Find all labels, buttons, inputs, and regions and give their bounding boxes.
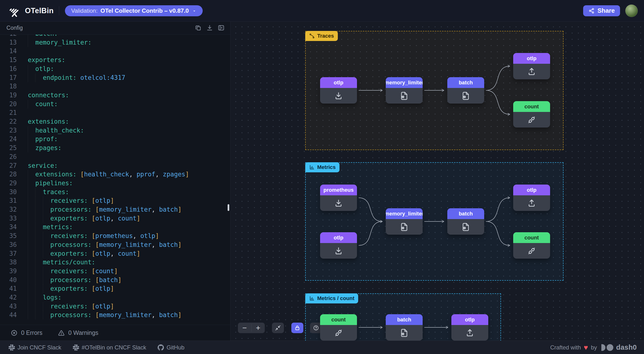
collapse-panel-button[interactable]	[217, 24, 225, 32]
code-text: receivers: [count]	[28, 267, 118, 276]
node-receiver-otlp[interactable]: otlp	[320, 77, 357, 104]
code-line-24[interactable]: 24 pprof:	[0, 135, 228, 144]
code-text: traces:	[28, 188, 69, 197]
code-line-35[interactable]: 35 receivers: [prometheus, otlp]	[0, 231, 228, 240]
footer-link-2[interactable]: #OTelBin on CNCF Slack	[73, 344, 146, 351]
exporter-icon	[465, 328, 474, 338]
code-line-26[interactable]: 26	[0, 152, 228, 161]
line-number: 24	[0, 135, 17, 144]
code-line-36[interactable]: 36 processors: [memory_limiter, batch]	[0, 240, 228, 249]
node-processor-memory_limiter[interactable]: memory_limiter	[386, 208, 422, 235]
validation-dropdown[interactable]: Validation: OTel Collector Contrib – v0.…	[65, 5, 203, 16]
code-text: processors: [memory_limiter, batch]	[28, 240, 182, 249]
pipeline-canvas[interactable]: − + TracesMetricsMetrics / countotlpmemo…	[230, 22, 644, 340]
node-exporter-otlp[interactable]: otlp	[513, 53, 550, 79]
code-line-18[interactable]: 18	[0, 82, 228, 91]
crafted-mid: by	[591, 344, 597, 351]
processor-icon	[400, 328, 409, 338]
fit-view-button[interactable]	[272, 322, 284, 333]
line-number: 40	[0, 276, 17, 284]
code-text: extensions: [health_check, pprof, zpages…	[28, 170, 189, 179]
code-line-42[interactable]: 42 logs:	[0, 293, 228, 302]
copy-config-button[interactable]	[194, 24, 202, 32]
code-line-31[interactable]: 31 receivers: [otlp]	[0, 196, 228, 205]
code-line-15[interactable]: 15exporters:	[0, 56, 228, 65]
node-exporter-otlp[interactable]: otlp	[513, 185, 550, 211]
code-line-39[interactable]: 39 receivers: [count]	[0, 267, 228, 276]
config-panel: Config 12 batch:13 memory_limiter:1415ex…	[0, 22, 230, 340]
code-line-19[interactable]: 19connectors:	[0, 91, 228, 100]
node-receiver-prometheus[interactable]: prometheus	[320, 185, 357, 211]
node-body	[386, 219, 422, 235]
footer-link-1[interactable]: Join CNCF Slack	[8, 344, 61, 351]
node-connector-count[interactable]: count	[513, 101, 550, 128]
connector-icon	[527, 115, 536, 125]
code-line-27[interactable]: 27service:	[0, 161, 228, 170]
collapse-panel-icon	[218, 24, 225, 32]
processor-icon	[461, 91, 470, 101]
node-body	[513, 64, 550, 79]
zoom-out-button[interactable]: −	[238, 322, 251, 333]
chart-icon	[309, 164, 315, 170]
code-line-16[interactable]: 16 otlp:	[0, 65, 228, 73]
exporter-icon	[527, 67, 536, 77]
code-line-28[interactable]: 28 extensions: [health_check, pprof, zpa…	[0, 170, 228, 179]
code-line-22[interactable]: 22extensions:	[0, 117, 228, 126]
line-number: 12	[0, 35, 17, 38]
code-editor[interactable]: 12 batch:13 memory_limiter:1415exporters…	[0, 35, 230, 322]
share-button[interactable]: Share	[583, 5, 620, 16]
code-line-38[interactable]: 38 metrics/count:	[0, 258, 228, 267]
footer-link-3[interactable]: GitHub	[158, 344, 184, 351]
code-text: processors: [memory_limiter, batch]	[28, 205, 182, 214]
code-line-44[interactable]: 44 processors: [memory_limiter, batch]	[0, 311, 228, 319]
code-text: receivers: [otlp]	[28, 196, 114, 205]
connector-icon	[334, 328, 343, 338]
code-line-20[interactable]: 20 count:	[0, 100, 228, 109]
node-processor-batch[interactable]: batch	[386, 314, 422, 340]
line-number: 21	[0, 108, 17, 117]
download-config-button[interactable]	[206, 24, 214, 32]
node-connector-count[interactable]: count	[320, 314, 357, 340]
code-line-33[interactable]: 33 exporters: [otlp, count]	[0, 214, 228, 223]
code-text: endpoint: otelcol:4317	[28, 73, 125, 82]
lock-button[interactable]	[291, 322, 303, 333]
code-line-30[interactable]: 30 traces:	[0, 188, 228, 197]
code-line-21[interactable]: 21	[0, 108, 228, 117]
code-line-32[interactable]: 32 processors: [memory_limiter, batch]	[0, 205, 228, 214]
code-line-34[interactable]: 34 metrics:	[0, 223, 228, 231]
node-receiver-otlp[interactable]: otlp	[320, 232, 357, 259]
code-line-37[interactable]: 37 exporters: [otlp, count]	[0, 249, 228, 258]
line-number: 16	[0, 65, 17, 73]
warning-icon	[58, 329, 65, 336]
logo[interactable]: OTelBin	[0, 4, 54, 17]
code-text: batch:	[28, 35, 58, 38]
code-line-17[interactable]: 17 endpoint: otelcol:4317	[0, 73, 228, 82]
code-line-29[interactable]: 29 pipelines:	[0, 179, 228, 188]
node-processor-batch[interactable]: batch	[447, 77, 484, 104]
code-text: otlp:	[28, 65, 54, 73]
line-number: 39	[0, 267, 17, 276]
line-number: 15	[0, 56, 17, 65]
pipeline-group-label: Traces	[305, 31, 338, 41]
pipeline-group-metrics[interactable]: Metrics	[305, 162, 564, 281]
node-exporter-otlp[interactable]: otlp	[452, 314, 488, 340]
footer-link-label: GitHub	[166, 344, 184, 351]
code-line-23[interactable]: 23 health_check:	[0, 126, 228, 135]
code-line-14[interactable]: 14	[0, 47, 228, 56]
code-line-13[interactable]: 13 memory_limiter:	[0, 38, 228, 47]
code-line-40[interactable]: 40 processors: [batch]	[0, 276, 228, 284]
code-line-12[interactable]: 12 batch:	[0, 35, 228, 38]
node-body	[452, 325, 488, 340]
node-body	[320, 243, 357, 259]
code-line-25[interactable]: 25 zpages:	[0, 144, 228, 152]
line-number: 18	[0, 82, 17, 91]
node-processor-memory_limiter[interactable]: memory_limiter	[386, 77, 422, 104]
zoom-in-button[interactable]: +	[252, 322, 265, 333]
vertical-scrollbar-thumb[interactable]	[228, 204, 229, 211]
avatar[interactable]	[625, 5, 638, 17]
code-line-41[interactable]: 41 exporters: [otlp]	[0, 284, 228, 293]
node-processor-batch[interactable]: batch	[447, 208, 484, 235]
code-line-43[interactable]: 43 receivers: [otlp]	[0, 302, 228, 311]
slack-icon	[8, 344, 15, 351]
node-connector-count[interactable]: count	[513, 232, 550, 259]
